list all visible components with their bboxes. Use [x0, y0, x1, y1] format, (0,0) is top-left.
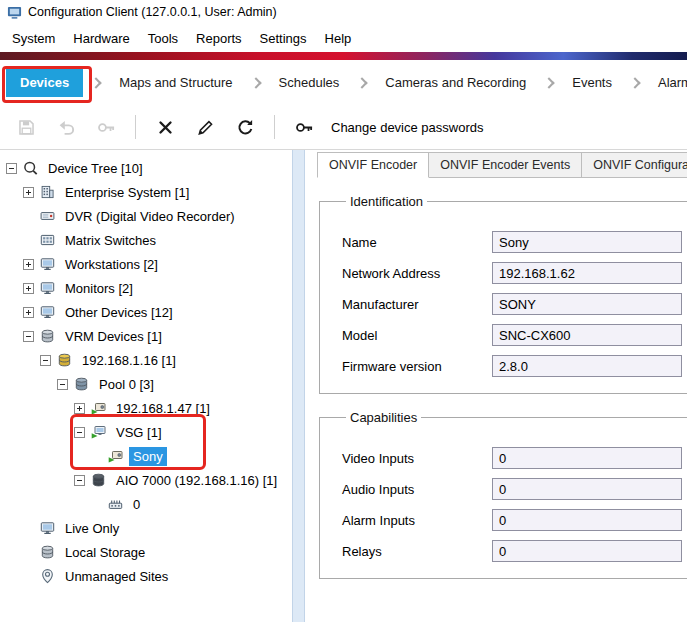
field-label: Alarm Inputs	[342, 513, 492, 528]
tree-item-device-tree[interactable]: Device Tree [10]	[0, 156, 292, 180]
field-row: Manufacturer	[342, 293, 682, 315]
tab-onvif-encoder-events[interactable]: ONVIF Encoder Events	[428, 152, 582, 178]
tab-events[interactable]: Events	[562, 69, 622, 96]
tab-alarms[interactable]: Alarms	[648, 69, 687, 96]
collapse-icon[interactable]	[74, 475, 85, 486]
menu-reports[interactable]: Reports	[187, 27, 251, 50]
menu-hardware[interactable]: Hardware	[64, 27, 138, 50]
expand-icon[interactable]	[74, 403, 85, 414]
model-field[interactable]	[492, 324, 682, 346]
tree-item-sony[interactable]: Sony	[0, 444, 292, 468]
tree-item-aio-7000[interactable]: AIO 7000 (192.168.1.16) [1]	[0, 468, 292, 492]
expander-spacer	[23, 523, 34, 534]
nav-tab-bar: Devices Maps and Structure Schedules Cam…	[0, 60, 687, 105]
tab-onvif-encoder[interactable]: ONVIF Encoder	[317, 152, 429, 178]
app-window: Configuration Client (127.0.0.1, User: A…	[0, 0, 687, 149]
tree-item-dvr[interactable]: DVR (Digital Video Recorder)	[0, 204, 292, 228]
tree-item-label: VSG [1]	[112, 423, 166, 442]
tree-item-label: DVR (Digital Video Recorder)	[61, 207, 239, 226]
menu-settings[interactable]: Settings	[251, 27, 316, 50]
field-row: Alarm Inputs	[342, 509, 682, 531]
relays-field[interactable]	[492, 540, 682, 562]
video-inputs-field[interactable]	[492, 447, 682, 469]
menu-tools[interactable]: Tools	[139, 27, 187, 50]
edit-button[interactable]	[189, 112, 221, 142]
toolbar-separator	[135, 115, 136, 139]
field-row: Network Address	[342, 262, 682, 284]
undo-icon	[57, 118, 76, 137]
change-device-passwords-button[interactable]	[288, 112, 320, 142]
tree-item-label: VRM Devices [1]	[61, 327, 166, 346]
expand-icon[interactable]	[23, 259, 34, 270]
refresh-button[interactable]	[229, 112, 261, 142]
expander-spacer	[23, 235, 34, 246]
brand-stripe	[0, 52, 687, 60]
tree-item-monitors[interactable]: Monitors [2]	[0, 276, 292, 300]
field-label: Network Address	[342, 266, 492, 281]
save-button[interactable]	[10, 112, 42, 142]
network-address-field[interactable]	[492, 262, 682, 284]
toolbar-separator	[274, 115, 275, 139]
tab-schedules[interactable]: Schedules	[269, 69, 350, 96]
tree-scrollbar[interactable]	[292, 150, 305, 622]
tree-item-pool-0[interactable]: Pool 0 [3]	[0, 372, 292, 396]
audio-inputs-field[interactable]	[492, 478, 682, 500]
alarm-inputs-field[interactable]	[492, 509, 682, 531]
tree-item-vrm-host[interactable]: 192.168.1.16 [1]	[0, 348, 292, 372]
authentication-button[interactable]	[90, 112, 122, 142]
tab-maps-and-structure[interactable]: Maps and Structure	[109, 69, 242, 96]
tree-item-matrix-switches[interactable]: Matrix Switches	[0, 228, 292, 252]
window-title: Configuration Client (127.0.0.1, User: A…	[28, 5, 277, 19]
unmanaged-sites-icon	[39, 568, 56, 584]
tree-item-local-storage[interactable]: Local Storage	[0, 540, 292, 564]
expand-icon[interactable]	[23, 307, 34, 318]
tab-onvif-configuration[interactable]: ONVIF Configuration	[581, 152, 687, 178]
firmware-version-field[interactable]	[492, 355, 682, 377]
menu-help[interactable]: Help	[316, 27, 361, 50]
identification-group: Identification Name Network Address Manu…	[319, 194, 687, 394]
expand-icon[interactable]	[23, 283, 34, 294]
tree-item-other-devices[interactable]: Other Devices [12]	[0, 300, 292, 324]
change-device-passwords-label[interactable]: Change device passwords	[331, 120, 483, 135]
expander-spacer	[91, 451, 102, 462]
tree-item-unmanaged-sites[interactable]: Unmanaged Sites	[0, 564, 292, 588]
undo-button[interactable]	[50, 112, 82, 142]
delete-button[interactable]	[149, 112, 181, 142]
device-details-panel: ONVIF Encoder ONVIF Encoder Events ONVIF…	[305, 150, 687, 622]
tree-item-encoder-192-168-1-47[interactable]: 192.168.1.47 [1]	[0, 396, 292, 420]
tree-item-label: AIO 7000 (192.168.1.16) [1]	[112, 471, 281, 490]
tree-item-workstations[interactable]: Workstations [2]	[0, 252, 292, 276]
tree-item-label: Other Devices [12]	[61, 303, 177, 322]
vrm-host-icon	[56, 352, 73, 368]
expander-spacer	[23, 211, 34, 222]
tab-cameras-and-recording[interactable]: Cameras and Recording	[375, 69, 536, 96]
tree-item-label: Local Storage	[61, 543, 149, 562]
capabilities-legend: Capabilities	[346, 410, 421, 425]
field-label: Relays	[342, 544, 492, 559]
field-row: Name	[342, 231, 682, 253]
expand-icon[interactable]	[23, 187, 34, 198]
tab-devices[interactable]: Devices	[6, 68, 83, 97]
tree-item-vrm-devices[interactable]: VRM Devices [1]	[0, 324, 292, 348]
tree-item-vsg[interactable]: VSG [1]	[0, 420, 292, 444]
tree-item-io-0[interactable]: 0	[0, 492, 292, 516]
collapse-icon[interactable]	[57, 379, 68, 390]
collapse-icon[interactable]	[23, 331, 34, 342]
tree-item-live-only[interactable]: Live Only	[0, 516, 292, 540]
name-field[interactable]	[492, 231, 682, 253]
chevron-right-icon	[90, 77, 101, 88]
collapse-icon[interactable]	[6, 163, 17, 174]
menu-bar: System Hardware Tools Reports Settings H…	[0, 24, 687, 52]
local-storage-icon	[39, 544, 56, 560]
device-tree-panel: Device Tree [10] Enterprise System [1] D…	[0, 150, 292, 622]
main-content: Device Tree [10] Enterprise System [1] D…	[0, 149, 687, 622]
tree-item-label: Unmanaged Sites	[61, 567, 172, 586]
tree-item-label: Enterprise System [1]	[61, 183, 193, 202]
collapse-icon[interactable]	[40, 355, 51, 366]
collapse-icon[interactable]	[74, 427, 85, 438]
menu-system[interactable]: System	[3, 27, 64, 50]
manufacturer-field[interactable]	[492, 293, 682, 315]
capabilities-group: Capabilities Video Inputs Audio Inputs A…	[319, 410, 687, 579]
tree-item-label: 192.168.1.16 [1]	[78, 351, 180, 370]
tree-item-enterprise-system[interactable]: Enterprise System [1]	[0, 180, 292, 204]
